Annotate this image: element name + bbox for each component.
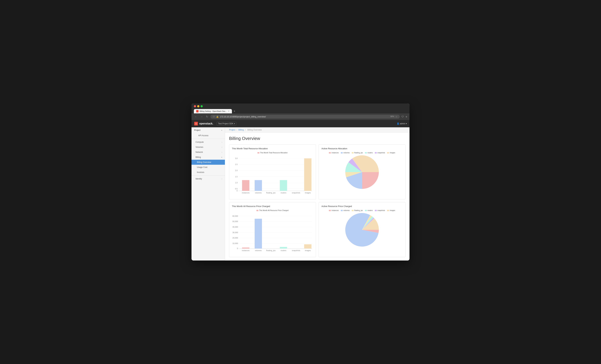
zoom-level: 90% bbox=[390, 115, 394, 118]
sidebar-item-compute[interactable]: Compute › bbox=[191, 140, 225, 145]
bar2-label-volumes: volumes bbox=[255, 249, 262, 252]
address-bar: ← → ↻ 🛡 🔒 172.10.10.10:8080/project/proj… bbox=[191, 113, 410, 120]
pie2-legend: instances volumes floating_ips bbox=[321, 210, 403, 211]
y2-label-60k: 60,000 bbox=[232, 215, 238, 217]
maximize-button[interactable] bbox=[200, 105, 203, 107]
volumes-dot-pie2 bbox=[341, 210, 343, 211]
sidebar-item-identity[interactable]: Identity › bbox=[191, 176, 225, 181]
forward-button[interactable]: → bbox=[200, 115, 204, 119]
breadcrumb-sep-2: / bbox=[245, 129, 246, 131]
breadcrumb-project[interactable]: Project bbox=[229, 129, 235, 131]
project-name: Test Project SDK bbox=[218, 122, 233, 125]
app-logo: ⬡ openstack. bbox=[194, 122, 213, 125]
snapshots-dot-pie2 bbox=[375, 210, 377, 211]
volumes-label-pie1: volumes bbox=[343, 152, 350, 154]
legend-snapshots-pie2: snapshots bbox=[375, 210, 385, 211]
instances-label-pie2: instances bbox=[331, 210, 339, 211]
breadcrumb-sep-1: / bbox=[237, 129, 238, 131]
project-selector[interactable]: Test Project SDK ▾ bbox=[217, 122, 237, 125]
user-dropdown-icon: ▾ bbox=[406, 122, 407, 125]
bar2-label-snapshots: snapshots bbox=[292, 249, 300, 252]
bar-chart-2-svg: 60,000 50,000 40,000 30,000 20,000 10,00… bbox=[232, 213, 313, 254]
legend-floating-pie1: floating_ips bbox=[352, 152, 363, 154]
floating-label-pie1: floating_ips bbox=[354, 152, 363, 154]
app-header: ⬡ openstack. Test Project SDK ▾ 👤 admin … bbox=[191, 120, 410, 127]
bar-chart-1-title: This Month Total Resource Allocation bbox=[232, 147, 313, 150]
browser-right-icons: 🛡 ≡ bbox=[401, 115, 407, 118]
sidebar-item-billing-overview[interactable]: Billing Overview bbox=[191, 160, 225, 165]
sidebar-item-api-access[interactable]: API Access bbox=[191, 133, 225, 138]
browser-chrome: Billing Setting - OpenStack Das... ✕ + bbox=[191, 103, 410, 113]
lock-icon: 🔒 bbox=[216, 116, 219, 118]
sidebar-project-section[interactable]: Project ▾ bbox=[191, 127, 225, 133]
shield-right-icon: 🛡 bbox=[401, 115, 404, 118]
pie-chart-1-svg bbox=[345, 155, 379, 189]
routers-dot-pie1 bbox=[365, 152, 367, 153]
user-menu[interactable]: 👤 admin ▾ bbox=[397, 122, 407, 125]
sidebar-item-invoices[interactable]: Invoices bbox=[191, 170, 225, 175]
openstack-logo-icon: ⬡ bbox=[194, 122, 198, 125]
legend-volumes-pie2: volumes bbox=[341, 210, 350, 211]
sidebar-item-usage-cost[interactable]: Usage Cost bbox=[191, 165, 225, 170]
bar1-legend-container: This Month Total Resource Allocation bbox=[232, 152, 313, 154]
volumes-chevron: › bbox=[222, 146, 222, 148]
y-label-0: 0 bbox=[237, 190, 238, 192]
compute-label: Compute bbox=[196, 141, 204, 143]
shield-icon: 🛡 bbox=[213, 116, 215, 118]
active-tab[interactable]: Billing Setting - OpenStack Das... ✕ bbox=[194, 109, 232, 113]
bar-label-instances-1: instances bbox=[242, 192, 250, 194]
legend-images-pie2: images bbox=[387, 210, 395, 211]
y2-label-10k: 10,000 bbox=[232, 243, 238, 244]
bar-label-floating-1: floating_ips bbox=[266, 192, 276, 194]
sidebar-item-network[interactable]: Network › bbox=[191, 150, 225, 155]
breadcrumb-billing[interactable]: Billing bbox=[238, 129, 244, 131]
floating-label-pie2: floating_ips bbox=[354, 210, 363, 211]
bookmark-icon[interactable]: ☆ bbox=[395, 115, 397, 118]
floating-dot-pie1 bbox=[352, 152, 354, 153]
close-button[interactable] bbox=[194, 105, 196, 107]
sidebar: Project ▾ API Access Compute › Volumes ›… bbox=[191, 127, 225, 261]
breadcrumb: Project / Billing / Billing Overview bbox=[225, 127, 410, 132]
volumes-label-pie2: volumes bbox=[343, 210, 350, 211]
snapshots-label-pie1: snapshots bbox=[378, 152, 385, 154]
minimize-button[interactable] bbox=[197, 105, 199, 107]
new-tab-button[interactable]: + bbox=[232, 110, 237, 113]
billing-overview-label: Billing Overview bbox=[197, 161, 211, 163]
back-button[interactable]: ← bbox=[194, 115, 198, 119]
bar-label-images-1: images bbox=[305, 192, 311, 194]
bar2-legend-label: This Month All Resource Price Charged bbox=[259, 210, 288, 211]
menu-icon[interactable]: ≡ bbox=[406, 115, 407, 118]
bar-routers-1 bbox=[280, 180, 287, 191]
images-dot-pie2 bbox=[387, 210, 389, 211]
legend-images-pie1: images bbox=[387, 152, 395, 154]
billing-label: Billing bbox=[196, 156, 201, 158]
tab-close-button[interactable]: ✕ bbox=[228, 110, 230, 112]
api-access-label: API Access bbox=[198, 134, 209, 137]
sidebar-item-volumes[interactable]: Volumes › bbox=[191, 145, 225, 150]
app-body: Project ▾ API Access Compute › Volumes ›… bbox=[191, 127, 410, 261]
project-dropdown-icon: ▾ bbox=[234, 122, 235, 125]
sidebar-item-billing[interactable]: Billing ▾ bbox=[191, 155, 225, 160]
pie-chart-2-title: Active Resource Price Charged bbox=[321, 205, 403, 208]
legend-routers-pie2: routers bbox=[365, 210, 373, 211]
y2-label-20k: 20,000 bbox=[232, 237, 238, 239]
y-label-25: 2.5 bbox=[235, 163, 238, 165]
bar-instances-1 bbox=[242, 180, 250, 191]
bar-images-1 bbox=[304, 158, 311, 191]
username: admin bbox=[400, 122, 405, 125]
url-box[interactable]: 🛡 🔒 172.10.10.10:8080/project/project_bi… bbox=[210, 115, 400, 119]
compute-chevron: › bbox=[222, 141, 222, 143]
content-area: Billing Overview This Month Total Resour… bbox=[225, 132, 410, 261]
reload-button[interactable]: ↻ bbox=[205, 115, 209, 119]
pie-segment-instances bbox=[362, 172, 379, 189]
volumes-dot-pie1 bbox=[341, 152, 343, 153]
legend-floating-pie2: floating_ips bbox=[352, 210, 363, 211]
legend-routers-pie1: routers bbox=[365, 152, 373, 154]
legend-item-instances-1: This Month Total Resource Allocation bbox=[257, 152, 288, 154]
main-content: Project / Billing / Billing Overview Bil… bbox=[225, 127, 410, 261]
bar-label-routers-1: routers bbox=[280, 192, 286, 194]
address-bar-icons: 90% ☆ bbox=[390, 115, 397, 118]
legend-volumes-pie1: volumes bbox=[341, 152, 350, 154]
y2-label-0: 0 bbox=[237, 247, 238, 249]
bar2-legend: This Month All Resource Price Charged bbox=[232, 210, 313, 211]
